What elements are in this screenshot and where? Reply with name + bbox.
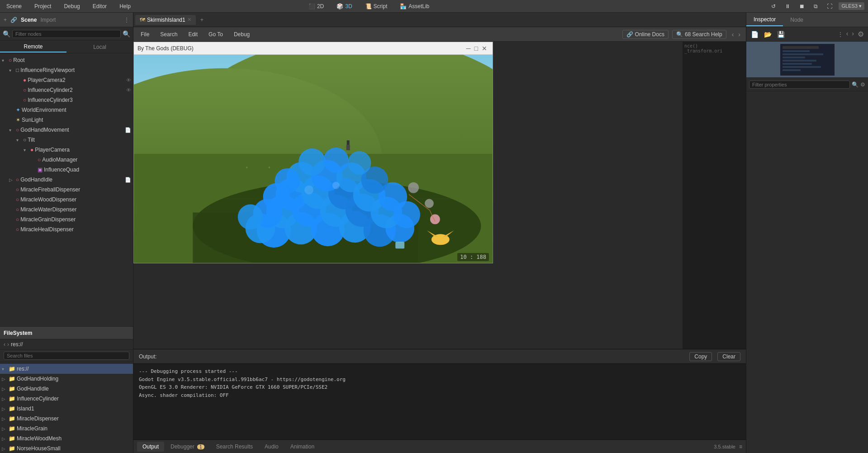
tilt-label: Tilt bbox=[28, 137, 35, 143]
inspector-back-button[interactable]: ‹ bbox=[845, 30, 850, 38]
tree-item-godhandidle[interactable]: ▷ ○ GodHandIdle 📄 bbox=[0, 175, 133, 185]
file-item-res[interactable]: ▾ 📁 res:// bbox=[0, 364, 133, 374]
copy-button[interactable]: Copy bbox=[689, 352, 712, 361]
stop-button[interactable]: ⏹ bbox=[797, 2, 807, 10]
tree-item-miraclefirebballdispenser[interactable]: ○ MiracleFireballDispenser bbox=[0, 185, 133, 195]
inspector-tab[interactable]: Inspector bbox=[746, 14, 783, 26]
pause-button[interactable]: ⏸ bbox=[782, 2, 793, 10]
inspector-more-button[interactable]: ⋮ bbox=[838, 31, 843, 38]
tree-item-miraclegraindispenser[interactable]: ○ MiracleGrainDispenser bbox=[0, 215, 133, 224]
game-window-maximize-button[interactable]: □ bbox=[473, 45, 480, 52]
nav-left-arrow[interactable]: ‹ bbox=[730, 31, 736, 38]
tab-animation[interactable]: Animation bbox=[285, 442, 320, 452]
filter-props-settings-icon[interactable]: ⚙ bbox=[860, 81, 865, 88]
online-docs-button[interactable]: 🔗 Online Docs bbox=[622, 30, 669, 39]
file-item-godhandidle[interactable]: ▷ 📁 GodHandIdle bbox=[0, 384, 133, 394]
inspector-settings-button[interactable]: ⚙ bbox=[856, 30, 865, 38]
game-scene-svg bbox=[134, 55, 493, 263]
tab-debugger[interactable]: Debugger 1 bbox=[165, 442, 210, 452]
toolbar-edit-button[interactable]: Edit bbox=[185, 30, 201, 38]
refresh-button[interactable]: ↺ bbox=[768, 2, 778, 10]
mode-assetlib-button[interactable]: 🏪 AssetLib bbox=[396, 2, 433, 10]
menu-help[interactable]: Help bbox=[117, 2, 133, 10]
tree-item-root[interactable]: ▾ ○ Root bbox=[0, 55, 133, 65]
file-item-island1[interactable]: ▷ 📁 Island1 bbox=[0, 404, 133, 414]
import-tab[interactable]: Import bbox=[40, 17, 56, 23]
clear-button[interactable]: Clear bbox=[717, 352, 740, 361]
new-file-icon[interactable]: 📄 bbox=[749, 30, 760, 39]
filesystem-label: FileSystem bbox=[4, 330, 32, 336]
game-window-close-button[interactable]: ✕ bbox=[480, 45, 489, 52]
tree-item-miraclewaterdispenser[interactable]: ○ MiracleWaterDispenser bbox=[0, 205, 133, 215]
nav-right-arrow[interactable]: › bbox=[736, 31, 742, 38]
tree-item-playercamera2[interactable]: ● PlayerCamera2 👁 bbox=[0, 75, 133, 85]
unit3 bbox=[430, 214, 440, 224]
file-item-miraclegrain[interactable]: ▷ 📁 MiracleGrain bbox=[0, 424, 133, 434]
editor-tab-skirmishisland1[interactable]: 🗺 SkirmishIsland1 ✕ bbox=[135, 15, 196, 25]
filter-search-icon[interactable]: 🔍 bbox=[123, 30, 130, 38]
toolbar-search-button[interactable]: Search bbox=[157, 30, 181, 38]
node-tab[interactable]: Node bbox=[783, 14, 811, 26]
add-node-icon[interactable]: + bbox=[4, 17, 7, 23]
tree-item-miraclewooddispenser[interactable]: ○ MiracleWoodDispenser bbox=[0, 195, 133, 205]
file-item-norsehousesmall[interactable]: ▷ 📁 NorseHouseSmall bbox=[0, 443, 133, 453]
layout-button[interactable]: ⧉ bbox=[811, 2, 821, 10]
remote-tab[interactable]: Remote bbox=[0, 42, 66, 52]
local-tab[interactable]: Local bbox=[66, 42, 133, 52]
panel-menu-button[interactable]: ⋮ bbox=[124, 17, 129, 23]
file-name-influencecylinder: InfluenceCylinder bbox=[17, 396, 59, 402]
menu-project[interactable]: Project bbox=[32, 2, 54, 10]
file-item-influencecylinder[interactable]: ▷ 📁 InfluenceCylinder bbox=[0, 394, 133, 404]
search-files-input[interactable] bbox=[4, 352, 129, 360]
file-item-miracledispenser[interactable]: ▷ 📁 MiracleDispenser bbox=[0, 414, 133, 424]
inspector-forward-button[interactable]: › bbox=[850, 30, 855, 38]
filter-nodes-input[interactable] bbox=[12, 30, 121, 38]
mode-script-button[interactable]: 📜 Script bbox=[361, 2, 391, 10]
tree-item-influencecylinder3[interactable]: ○ InfluenceCylinder3 bbox=[0, 95, 133, 105]
mode-2d-button[interactable]: ⬛ 2D bbox=[305, 2, 327, 10]
menu-scene[interactable]: Scene bbox=[4, 2, 24, 10]
filter-props-icon[interactable]: 🔍 bbox=[852, 81, 859, 88]
tree-item-tilt[interactable]: ▾ ○ Tilt bbox=[0, 135, 133, 145]
tree-item-influencequad[interactable]: ▣ InfluenceQuad bbox=[0, 165, 133, 175]
menu-debug[interactable]: Debug bbox=[61, 2, 82, 10]
game-window-minimize-button[interactable]: ─ bbox=[465, 45, 473, 52]
file-item-godhandholding[interactable]: ▷ 📁 GodHandHolding bbox=[0, 374, 133, 384]
file-item-miraclewoodmesh[interactable]: ▷ 📁 MiracleWoodMesh bbox=[0, 434, 133, 443]
open-file-icon[interactable]: 📂 bbox=[762, 30, 773, 39]
link-icon[interactable]: 🔗 bbox=[10, 17, 17, 23]
gles-badge[interactable]: GLES3 ▾ bbox=[839, 2, 864, 10]
save-file-icon[interactable]: 💾 bbox=[775, 30, 787, 39]
filter-properties-bar: 🔍 ⚙ bbox=[746, 78, 868, 91]
tree-item-sunlight[interactable]: ✶ SunLight bbox=[0, 115, 133, 125]
toolbar-debug-button[interactable]: Debug bbox=[230, 30, 253, 38]
tab-close-skirmishisland1[interactable]: ✕ bbox=[187, 17, 191, 23]
tree-item-godhandmovement[interactable]: ▾ ○ GodHandMovement 📄 bbox=[0, 125, 133, 135]
tree-item-influencecylinder2[interactable]: ○ InfluenceCylinder2 👁 bbox=[0, 85, 133, 95]
game-window: By The Gods (DEBUG) ─ □ ✕ bbox=[133, 42, 493, 263]
tree-item-playercamera[interactable]: ▾ ● PlayerCamera bbox=[0, 145, 133, 155]
tree-item-miraclehealdispenser[interactable]: ○ MiracleHealDispenser bbox=[0, 224, 133, 234]
godhandidle-script-icon: 📄 bbox=[125, 177, 131, 183]
nav-back-button[interactable]: ‹ bbox=[4, 341, 5, 348]
editor-tab-add[interactable]: + bbox=[196, 15, 208, 25]
nav-forward-button[interactable]: › bbox=[7, 341, 9, 348]
tree-item-worldenvironment[interactable]: ✦ WorldEnvironment bbox=[0, 105, 133, 115]
tab-search-results[interactable]: Search Results bbox=[211, 442, 258, 452]
mode-3d-button[interactable]: 🎲 3D bbox=[333, 2, 356, 10]
tree-item-influenceringviewport[interactable]: ▾ □ InfluenceRingViewport bbox=[0, 65, 133, 75]
layout-settings-icon[interactable]: ≡ bbox=[739, 443, 742, 450]
scene-tab[interactable]: Scene bbox=[21, 17, 37, 23]
tree-item-audiomanager[interactable]: ○ AudioManager bbox=[0, 155, 133, 165]
tab-output[interactable]: Output bbox=[137, 442, 164, 452]
file-name-island1: Island1 bbox=[17, 405, 34, 412]
menu-editor[interactable]: Editor bbox=[90, 2, 109, 10]
tab-audio[interactable]: Audio bbox=[259, 442, 284, 452]
search-help-button[interactable]: 🔍 68 Search Help bbox=[672, 30, 726, 39]
toolbar-file-button[interactable]: File bbox=[137, 30, 153, 38]
filter-properties-input[interactable] bbox=[749, 81, 850, 89]
file-name-godhandholding: GodHandHolding bbox=[17, 376, 58, 382]
filesystem-header[interactable]: FileSystem bbox=[0, 327, 133, 339]
fullscreen-button[interactable]: ⛶ bbox=[824, 2, 835, 10]
toolbar-goto-button[interactable]: Go To bbox=[205, 30, 227, 38]
